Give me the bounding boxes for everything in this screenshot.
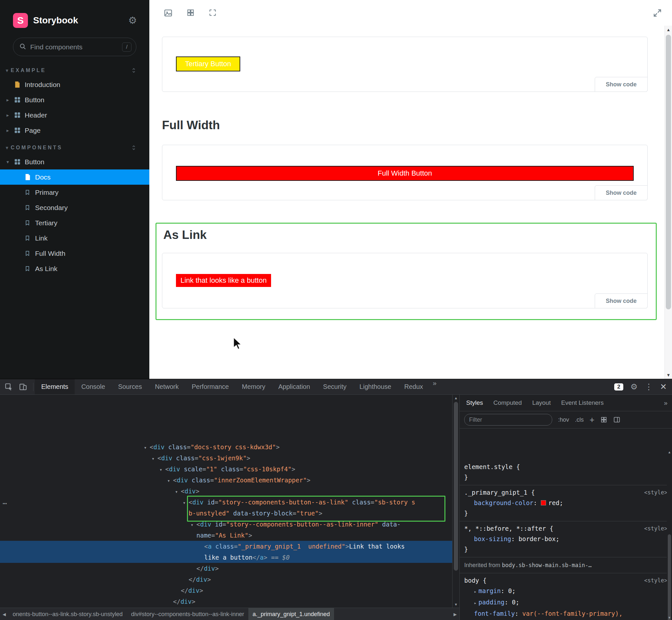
breadcrumb-item[interactable]: a._primary_gnipt_1.undefined bbox=[248, 608, 334, 620]
image-icon[interactable] bbox=[164, 8, 173, 17]
fullscreen-icon[interactable] bbox=[653, 8, 662, 18]
collapse-arrow-icon[interactable]: ▾ bbox=[159, 464, 165, 475]
dom-node[interactable]: ▾<div class="css-1wjen9k"> bbox=[0, 453, 459, 464]
dom-node[interactable]: ▾<div scale="1" class="css-10skpf4"> bbox=[0, 464, 459, 475]
collapse-arrow-icon[interactable]: ▾ bbox=[167, 475, 173, 486]
search-input[interactable]: Find components / bbox=[13, 38, 136, 56]
scroll-down-icon[interactable]: ▼ bbox=[665, 371, 672, 379]
devtools-tab-performance[interactable]: Performance bbox=[186, 379, 236, 395]
collapse-arrow-icon[interactable]: ▾ bbox=[152, 453, 157, 464]
expand-all-icon[interactable] bbox=[131, 145, 137, 151]
dom-node[interactable]: ▾<div id="story--components-button--as-l… bbox=[0, 519, 459, 530]
show-code-button[interactable]: Show code bbox=[595, 294, 648, 308]
dom-node[interactable]: name="As Link"> bbox=[0, 530, 459, 541]
styles-tab-computed[interactable]: Computed bbox=[488, 395, 527, 411]
more-tabs-icon[interactable]: » bbox=[659, 399, 672, 407]
full-width-button[interactable]: Full Width Button bbox=[176, 166, 634, 181]
css-property[interactable]: background-color: red; bbox=[460, 498, 672, 508]
css-selector[interactable]: element.style { bbox=[464, 462, 520, 472]
shorthand-expand-icon[interactable]: ▸ bbox=[474, 589, 476, 594]
stylesheet-link[interactable]: <style> bbox=[644, 523, 667, 534]
caret-right-icon[interactable]: ▸ bbox=[6, 112, 14, 118]
css-selector[interactable]: *, *::before, *::after { bbox=[464, 523, 554, 534]
css-property[interactable]: ▸margin: 0; bbox=[460, 585, 672, 597]
breadcrumb-item[interactable]: div#story--components-button--as-link-in… bbox=[127, 608, 248, 620]
canvas-scrollbar[interactable]: ▲ ▼ bbox=[665, 25, 672, 379]
sidebar-item-secondary[interactable]: Secondary bbox=[0, 200, 149, 215]
device-toolbar-icon[interactable] bbox=[19, 383, 27, 391]
grid-icon[interactable] bbox=[186, 8, 195, 17]
show-code-button[interactable]: Show code bbox=[595, 77, 648, 92]
sidebar-item-primary[interactable]: Primary bbox=[0, 185, 149, 200]
sidebar-item-page[interactable]: ▸Page bbox=[0, 123, 149, 138]
color-swatch[interactable] bbox=[541, 500, 546, 505]
devtools-tab-memory[interactable]: Memory bbox=[236, 379, 272, 395]
section-header-example[interactable]: ▾EXAMPLE bbox=[0, 61, 149, 77]
caret-right-icon[interactable]: ▸ bbox=[6, 97, 14, 103]
dom-node[interactable]: </div> bbox=[0, 574, 459, 585]
dom-node[interactable]: </div> bbox=[0, 563, 459, 574]
devtools-tab-network[interactable]: Network bbox=[148, 379, 185, 395]
expand-all-icon[interactable] bbox=[131, 67, 137, 74]
scrollbar-thumb[interactable] bbox=[454, 402, 458, 571]
sidebar-item-tertiary[interactable]: Tertiary bbox=[0, 215, 149, 230]
dom-node-selected[interactable]: like a button</a> == $0 bbox=[0, 552, 459, 563]
node-menu-dots-icon[interactable]: ⋯ bbox=[3, 498, 7, 509]
devtools-tab-sources[interactable]: Sources bbox=[112, 379, 148, 395]
scroll-up-icon[interactable]: ▲ bbox=[453, 395, 459, 401]
styles-tab-layout[interactable]: Layout bbox=[527, 395, 556, 411]
devtools-tab-console[interactable]: Console bbox=[75, 379, 111, 395]
collapse-arrow-icon[interactable]: ▾ bbox=[144, 442, 150, 453]
elements-scrollbar[interactable]: ▲ ▼ bbox=[452, 395, 459, 608]
caret-right-icon[interactable]: ▸ bbox=[6, 127, 14, 134]
crumb-scroll-left-icon[interactable]: ◀ bbox=[0, 612, 8, 617]
messages-count-badge[interactable]: 2 bbox=[614, 383, 623, 391]
scroll-up-icon[interactable]: ▲ bbox=[665, 25, 672, 34]
crumb-scroll-right-icon[interactable]: ▶ bbox=[451, 612, 459, 617]
styles-tab-styles[interactable]: Styles bbox=[461, 395, 488, 411]
dom-node[interactable]: </div> bbox=[0, 585, 459, 596]
devtools-tab-elements[interactable]: Elements bbox=[35, 379, 75, 395]
devtools-tab-lighthouse[interactable]: Lighthouse bbox=[353, 379, 398, 395]
collapse-arrow-icon[interactable]: ▾ bbox=[191, 519, 196, 530]
stylesheet-link[interactable]: <style> bbox=[644, 575, 667, 585]
styles-tab-event-listeners[interactable]: Event Listeners bbox=[556, 395, 609, 411]
caret-down-icon[interactable]: ▾ bbox=[6, 159, 14, 165]
scrollbar-thumb[interactable] bbox=[668, 534, 671, 620]
devtools-tab-redux[interactable]: Redux bbox=[398, 379, 429, 395]
inspect-icon[interactable] bbox=[5, 383, 13, 391]
shorthand-expand-icon[interactable]: ▸ bbox=[474, 601, 476, 605]
scroll-down-icon[interactable]: ▼ bbox=[667, 615, 672, 620]
element-classes-toggle[interactable]: .cls bbox=[575, 416, 584, 423]
scroll-down-icon[interactable]: ▼ bbox=[453, 601, 459, 608]
dom-node[interactable]: b-unstyled" data-story-block="true"> bbox=[0, 508, 459, 519]
more-tabs-icon[interactable]: » bbox=[429, 379, 440, 395]
devtools-settings-icon[interactable]: ⚙ bbox=[630, 383, 637, 391]
breadcrumb-item[interactable]: onents-button--as-link.sb-story.sb-unsty… bbox=[8, 608, 127, 620]
color-palette-icon[interactable] bbox=[600, 416, 607, 423]
sidebar-item-link[interactable]: Link bbox=[0, 230, 149, 246]
devtools-close-icon[interactable]: ✕ bbox=[660, 383, 667, 391]
devtools-menu-icon[interactable]: ⋮ bbox=[645, 383, 653, 391]
sidebar-item-button[interactable]: ▾Button bbox=[0, 154, 149, 169]
devtools-tab-security[interactable]: Security bbox=[316, 379, 353, 395]
css-selector[interactable]: ._primary_gnipt_1 { bbox=[464, 487, 535, 498]
css-property[interactable]: ▸padding: 0; bbox=[460, 597, 672, 608]
css-property[interactable]: font-family: var(--font-family-primary), bbox=[460, 608, 672, 619]
stylesheet-link[interactable]: <style> bbox=[644, 487, 667, 498]
computed-sidebar-icon[interactable] bbox=[613, 416, 620, 423]
styles-scrollbar[interactable]: ▲ ▼ bbox=[667, 428, 672, 620]
collapse-arrow-icon[interactable]: ▾ bbox=[175, 486, 181, 497]
settings-gear-icon[interactable]: ⚙ bbox=[128, 15, 137, 25]
devtools-tab-application[interactable]: Application bbox=[272, 379, 316, 395]
dom-node[interactable]: ▾<div id="story--components-button--as-l… bbox=[0, 497, 459, 508]
section-header-components[interactable]: ▾COMPONENTS bbox=[0, 138, 149, 154]
dom-node[interactable]: </div> bbox=[0, 596, 459, 607]
dom-node[interactable]: </div> bbox=[0, 607, 459, 608]
as-link-button[interactable]: Link that looks like a button bbox=[176, 274, 271, 287]
css-property[interactable]: box-sizing: border-box; bbox=[460, 534, 672, 544]
inherited-node-link[interactable]: body.sb-show-main.sb-main-… bbox=[502, 562, 591, 568]
sidebar-item-button[interactable]: ▸Button bbox=[0, 92, 149, 107]
storybook-logo[interactable]: S bbox=[13, 13, 28, 28]
styles-filter-input[interactable]: Filter bbox=[464, 414, 552, 425]
